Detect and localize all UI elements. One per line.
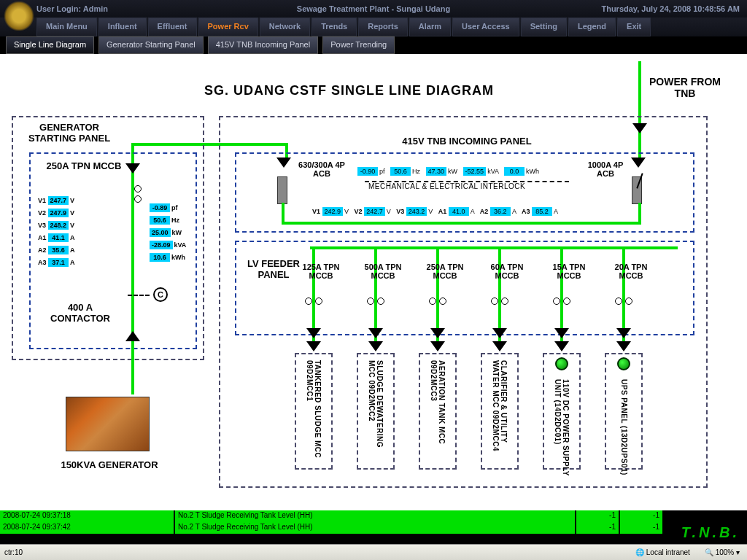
tnb-logo: T.N.B. [681, 524, 740, 541]
contactor-c-icon: C [153, 287, 168, 302]
submenu-item[interactable]: 415V TNB Incoming Panel [208, 36, 318, 54]
status-bar: ctr:10 🌐 Local intranet 🔍 100% ▾ [0, 544, 747, 560]
gen-breaker-label: 250A TPN MCCB [44, 160, 124, 171]
plant-title: Sewage Treatment Plant - Sungai Udang [219, 4, 528, 13]
feeder-breaker-label: 125A TPN MCCB [292, 262, 350, 280]
status-ctr: ctr:10 [0, 548, 23, 556]
menu-reports[interactable]: Reports [358, 18, 408, 36]
gen-label: 150KVA GENERATOR [44, 459, 175, 470]
topbar: User Login: Admin Sewage Treatment Plant… [0, 0, 747, 18]
load-box: CLARIFIER & UTILITY WATER MCC 09D2MCC4 [481, 353, 519, 470]
feeder-breaker-label: 15A TPN MCCB [540, 262, 598, 280]
submenu-item[interactable]: Single Line Diagram [6, 36, 94, 54]
alarm-row[interactable]: 2008-07-24 09:37:42No.2 T Sludge Receivi… [0, 522, 747, 534]
menu-power-rcv[interactable]: Power Rcv [198, 18, 258, 36]
bus-vline [282, 203, 285, 223]
menu-exit[interactable]: Exit [617, 18, 651, 36]
feeder-breaker-label: 500A TPN MCCB [354, 262, 412, 280]
gen-vline [131, 158, 134, 394]
menu-main-menu[interactable]: Main Menu [36, 18, 97, 36]
lv-inner-panel [235, 241, 694, 335]
menu-trends[interactable]: Trends [311, 18, 357, 36]
gen-contactor-label: 400 A CONTACTOR [40, 302, 120, 324]
sub-menu: Single Line DiagramGenerator Starting Pa… [0, 36, 747, 54]
submenu-item[interactable]: Generator Starting Panel [98, 36, 204, 54]
status-zoom: 🔍 100% ▾ [705, 548, 747, 556]
generator-image [66, 397, 150, 451]
alarm-bar: 2008-07-24 09:37:18No.2 T Sludge Receivi… [0, 510, 747, 544]
load-box: TANKERED SLUDGE MCC 09D2MCC1 [295, 353, 333, 470]
arrow-icon [276, 158, 291, 168]
alarm-row[interactable]: 2008-07-24 09:37:18No.2 T Sludge Receivi… [0, 510, 747, 522]
menu-influent[interactable]: Influent [98, 18, 147, 36]
feeder-breaker-label: 20A TPN MCCB [602, 262, 660, 280]
arrow-icon [125, 331, 140, 341]
diagram-title: SG. UDANG CSTF SINGLE LINE DIAGRAM [204, 83, 494, 98]
acb-left-sym [277, 176, 287, 204]
bus-vline2 [638, 203, 641, 223]
acb-right-label: 1000A 4P ACB [584, 160, 627, 178]
diagram-canvas: SG. UDANG CSTF SINGLE LINE DIAGRAM POWER… [0, 54, 747, 506]
tnb-panel-label: 415V TNB INCOMING PANEL [365, 136, 569, 147]
datetime: Thursday, July 24, 2008 10:48:56 AM [528, 4, 747, 13]
status-lamp-icon [555, 357, 568, 370]
gen-meter-readings: -0.89pf50.6Hz25.00kW-28.09kVA10.6kWh [150, 200, 186, 265]
status-zone: 🌐 Local intranet [635, 548, 705, 556]
interlock-label: MECHANICAL & ELECTRICAL INTERLOCK [368, 182, 525, 190]
menu-network[interactable]: Network [260, 18, 310, 36]
bus-hline [282, 222, 641, 225]
load-box: AERATION TANK MCC 09D2MCC3 [419, 353, 457, 470]
acb-left-label: 630/300A 4P ACB [292, 160, 352, 178]
menu-alarm[interactable]: Alarm [409, 18, 451, 36]
gen-panel-label: GENERATOR STARTING PANEL [15, 122, 124, 144]
load-box: UPS PANEL (13D2UPS01) [605, 353, 643, 470]
menu-user-access[interactable]: User Access [452, 18, 519, 36]
arrow-icon [631, 158, 646, 168]
load-box: 110V DC POWER SUPPLY UNIT (14D2DC01) [543, 353, 581, 470]
power-from-label: POWER FROM TNB [638, 76, 732, 99]
crest-logo [3, 1, 35, 31]
status-lamp-icon [617, 357, 630, 370]
tnb-top-meters: -0.90pf 50.6Hz 47.30kW -52.55kVA 0.0kWh [357, 167, 539, 176]
breaker-sym [134, 185, 142, 192]
menu-legend[interactable]: Legend [568, 18, 616, 36]
arrow-icon [125, 163, 140, 174]
menu-setting[interactable]: Setting [521, 18, 567, 36]
main-menu: Main MenuInfluentEffluentPower RcvNetwor… [0, 18, 747, 36]
contactor-line [128, 295, 150, 296]
gen-voltage-readings: V1 247.7VV2 247.9VV3 248.2VA1 41.1AA2 35… [38, 192, 75, 271]
submenu-item[interactable]: Power Trending [322, 36, 395, 54]
interlock-line [365, 181, 569, 182]
feeder-breaker-label: 60A TPN MCCB [478, 262, 536, 280]
tnb-bus-readings: V1 242.9V V2 242.7V V3 243.2V A1 41.0A A… [312, 207, 558, 216]
menu-effluent[interactable]: Effluent [148, 18, 197, 36]
breaker-sym [134, 195, 142, 203]
load-box: SLUDGE DEWATERING MCC 09D2MCC2 [357, 353, 395, 470]
feeder-breaker-label: 250A TPN MCCB [416, 262, 474, 280]
